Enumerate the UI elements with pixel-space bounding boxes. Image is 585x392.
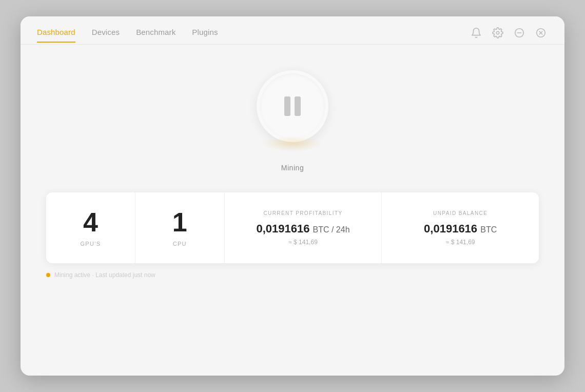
pause-bar-right	[295, 96, 301, 116]
cpu-label: CPU	[173, 241, 187, 247]
close-icon[interactable]	[534, 26, 548, 40]
mining-toggle-button[interactable]	[257, 70, 328, 142]
cpu-value: 1	[172, 209, 187, 236]
stats-row: 4 GPU'S 1 CPU CURRENT PROFITABILITY 0,01…	[46, 192, 539, 263]
stat-card-balance: UNPAID BALANCE 0,0191616 BTC ≈ $ 141,69	[382, 192, 539, 263]
mining-status-label: Mining	[281, 164, 304, 172]
nav-left: Dashboard Devices Benchmark Plugins	[37, 28, 218, 43]
gpu-label: GPU'S	[80, 241, 101, 247]
main-content: Mining 4 GPU'S 1 CPU CURRENT PROFITABILI…	[21, 45, 564, 376]
bottom-section: Mining active · Last updated just now	[46, 271, 539, 279]
profitability-btc-unit: BTC / 24h	[313, 225, 350, 234]
stat-card-cpu: 1 CPU	[135, 192, 225, 263]
gpu-value: 4	[83, 209, 98, 236]
balance-usd: ≈ $ 141,69	[446, 239, 475, 246]
svg-point-0	[496, 31, 499, 34]
nav-bar: Dashboard Devices Benchmark Plugins	[21, 16, 564, 44]
bottom-status-text: Mining active · Last updated just now	[54, 271, 155, 279]
profitability-usd: ≈ $ 141,69	[288, 239, 318, 246]
bell-icon[interactable]	[469, 26, 483, 40]
balance-header: UNPAID BALANCE	[392, 210, 529, 216]
nav-right	[469, 26, 548, 44]
nav-item-plugins[interactable]: Plugins	[192, 28, 218, 43]
stat-card-profitability: CURRENT PROFITABILITY 0,0191616 BTC / 24…	[225, 192, 382, 263]
settings-icon[interactable]	[491, 26, 505, 40]
profitability-header: CURRENT PROFITABILITY	[235, 210, 372, 216]
balance-btc: 0,0191616 BTC	[424, 222, 497, 236]
minimize-icon[interactable]	[512, 26, 526, 40]
mining-button-wrapper	[257, 70, 328, 142]
status-dot	[46, 273, 50, 277]
mining-section: Mining	[257, 70, 328, 172]
pause-bar-left	[284, 96, 290, 116]
balance-btc-amount: 0,0191616	[424, 222, 477, 235]
nav-item-benchmark[interactable]: Benchmark	[136, 28, 176, 43]
mining-button-inner	[260, 73, 325, 139]
nav-item-devices[interactable]: Devices	[92, 28, 120, 43]
pause-icon	[284, 96, 301, 116]
nav-item-dashboard[interactable]: Dashboard	[37, 28, 75, 43]
profitability-btc: 0,0191616 BTC / 24h	[256, 222, 349, 236]
profitability-btc-amount: 0,0191616	[256, 222, 309, 235]
balance-btc-unit: BTC	[480, 225, 497, 234]
stat-card-gpu: 4 GPU'S	[46, 192, 135, 263]
app-window: Dashboard Devices Benchmark Plugins	[21, 16, 564, 376]
